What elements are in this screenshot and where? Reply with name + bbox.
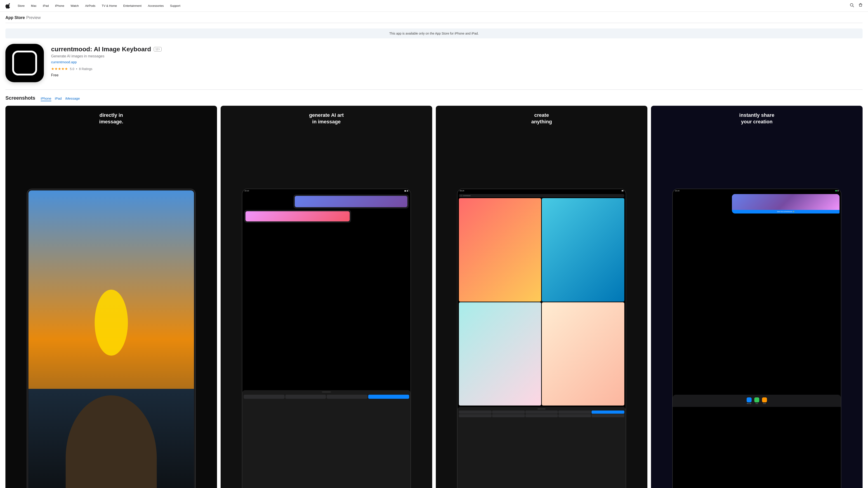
screenshot-2: generate AI artin imessage 10:10 [221,106,432,488]
bag-icon[interactable] [859,3,863,8]
breadcrumb-app-store: App Store [5,15,25,20]
nav-entertainment[interactable]: Entertainment [120,0,145,12]
screenshot-4-text: instantly shareyour creation [735,106,779,129]
rating-value: 5.0 [70,67,74,71]
nav-actions [850,3,863,8]
breadcrumb-preview: Preview [26,15,41,20]
nav-iphone[interactable]: iPhone [52,0,67,12]
svg-line-1 [852,6,854,7]
availability-banner: This app is available only on the App St… [5,29,863,38]
app-info: currentmood: AI Image Keyboard 12+ Gener… [51,44,266,77]
screenshots-header: Screenshots iPhone iPad iMessage [5,95,863,101]
screenshot-1: directly inimessage. [5,106,217,488]
rating-separator: • [76,67,77,71]
nav-links: Store Mac iPad iPhone Watch AirPods TV &… [14,0,850,12]
nav-watch[interactable]: Watch [67,0,82,12]
main-nav: Store Mac iPad iPhone Watch AirPods TV &… [0,0,868,12]
nav-airpods[interactable]: AirPods [82,0,99,12]
screenshot-1-image [5,129,217,488]
screenshot-tabs: iPhone iPad iMessage [41,96,80,101]
screenshot-3-image: 09:25 currentmood [436,129,647,488]
breadcrumb: App StorePreview [0,12,868,23]
screenshot-4-image: 10:15 Sent via currentmoo [651,129,863,488]
app-title-row: currentmood: AI Image Keyboard 12+ [51,46,266,53]
apple-icon [5,3,10,8]
nav-ipad[interactable]: iPad [40,0,52,12]
screenshot-3-text: createanything [527,106,557,129]
nav-support[interactable]: Support [167,0,184,12]
screenshot-3: createanything 09:25 [436,106,647,488]
app-price: Free [51,73,266,77]
rating-count: 8 Ratings [79,67,92,71]
app-header: currentmood: AI Image Keyboard 12+ Gener… [0,44,271,90]
search-icon[interactable] [850,3,854,8]
ratings-row: ★★★★★ 5.0 • 8 Ratings [51,67,266,71]
tab-imessage[interactable]: iMessage [65,96,80,101]
nav-accessories[interactable]: Accessories [145,0,167,12]
star-rating: ★★★★★ [51,67,68,71]
app-title: currentmood: AI Image Keyboard [51,46,151,53]
screenshots-grid: directly inimessage. [5,106,863,488]
screenshot-1-text: directly inimessage. [95,106,128,129]
apple-logo[interactable] [5,3,10,8]
tab-iphone[interactable]: iPhone [41,96,51,101]
nav-mac[interactable]: Mac [28,0,40,12]
app-subtitle: Generate AI images in messages [51,54,266,58]
age-rating-badge: 12+ [154,47,161,52]
screenshot-2-text: generate AI artin imessage [305,106,348,129]
screenshot-2-image: 10:10 [221,129,432,488]
app-icon-wrapper [5,44,44,82]
app-icon-center [17,55,32,71]
screenshot-4: instantly shareyour creation 10:15 [651,106,863,488]
nav-store[interactable]: Store [14,0,28,12]
availability-text: This app is available only on the App St… [389,32,478,35]
nav-tv-home[interactable]: TV & Home [98,0,120,12]
tab-ipad[interactable]: iPad [55,96,62,101]
app-website-link[interactable]: currentmood.app [51,60,266,64]
screenshots-section: Screenshots iPhone iPad iMessage directl… [0,95,868,488]
app-icon [5,44,44,82]
screenshots-title: Screenshots [5,95,35,101]
app-icon-inner [12,51,37,75]
